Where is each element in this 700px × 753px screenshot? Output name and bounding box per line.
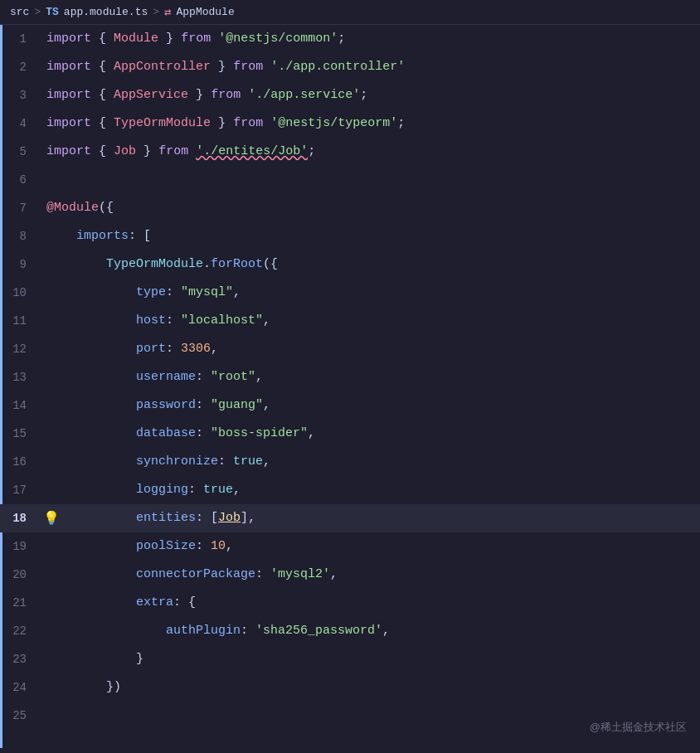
lightbulb-icon[interactable]: 💡 xyxy=(43,510,60,527)
line-num-14: 14 xyxy=(0,391,40,420)
line-content-13: username: "root", xyxy=(40,363,263,391)
line-content-12: port: 3306, xyxy=(40,335,218,363)
breadcrumb-module-name[interactable]: AppModule xyxy=(177,6,235,18)
line-num-9: 9 xyxy=(0,250,40,279)
breadcrumb-src: src xyxy=(10,6,29,18)
line-num-22: 22 xyxy=(0,617,40,645)
line-num-17: 17 xyxy=(0,476,40,504)
line-num-1: 1 xyxy=(0,25,40,53)
line-content-19: poolSize: 10, xyxy=(40,532,233,561)
code-line-22[interactable]: 22 authPlugin: 'sha256_password', xyxy=(0,617,700,645)
code-line-3[interactable]: 3 import { AppService } from './app.serv… xyxy=(0,81,700,109)
line-num-12: 12 xyxy=(0,335,40,363)
line-content-18: entities: [Job], xyxy=(40,504,255,532)
breadcrumb-ts-badge: TS xyxy=(46,6,59,18)
line-content-7: @Module({ xyxy=(40,194,114,222)
code-line-16[interactable]: 16 synchronize: true, xyxy=(0,448,700,476)
line-content-14: password: "guang", xyxy=(40,391,270,420)
code-lines: 1 import { Module } from '@nestjs/common… xyxy=(0,25,700,730)
code-line-6[interactable]: 6 xyxy=(0,166,700,194)
line-num-11: 11 xyxy=(0,307,40,335)
code-line-21[interactable]: 21 extra: { xyxy=(0,589,700,617)
code-line-13[interactable]: 13 username: "root", xyxy=(0,363,700,391)
line-num-13: 13 xyxy=(0,363,40,391)
code-line-9[interactable]: 9 TypeOrmModule.forRoot({ xyxy=(0,250,700,279)
line-num-20: 20 xyxy=(0,561,40,589)
code-line-17[interactable]: 17 logging: true, xyxy=(0,476,700,504)
code-line-5[interactable]: 5 import { Job } from './entites/Job'; xyxy=(0,138,700,166)
line-num-8: 8 xyxy=(0,222,40,250)
line-content-3: import { AppService } from './app.servic… xyxy=(40,81,367,109)
line-num-16: 16 xyxy=(0,448,40,476)
watermark: @稀土掘金技术社区 xyxy=(590,720,687,735)
line-content-21: extra: { xyxy=(40,589,196,617)
line-num-24: 24 xyxy=(0,673,40,702)
line-num-2: 2 xyxy=(0,53,40,81)
code-line-7[interactable]: 7 @Module({ xyxy=(0,194,700,222)
line-content-25 xyxy=(40,702,54,730)
breadcrumb-sep1: > xyxy=(34,6,41,18)
code-line-19[interactable]: 19 poolSize: 10, xyxy=(0,532,700,561)
line-content-23: } xyxy=(40,645,143,673)
line-content-8: imports: [ xyxy=(40,222,151,250)
code-line-2[interactable]: 2 import { AppController } from './app.c… xyxy=(0,53,700,81)
line-content-11: host: "localhost", xyxy=(40,307,270,335)
line-content-16: synchronize: true, xyxy=(40,448,270,476)
line-num-15: 15 xyxy=(0,420,40,448)
line-content-22: authPlugin: 'sha256_password', xyxy=(40,617,390,645)
line-num-18: 18 xyxy=(0,504,40,532)
code-line-8[interactable]: 8 imports: [ xyxy=(0,222,700,250)
code-line-10[interactable]: 10 type: "mysql", xyxy=(0,279,700,307)
line-num-3: 3 xyxy=(0,81,40,109)
line-num-6: 6 xyxy=(0,166,40,194)
line-num-23: 23 xyxy=(0,645,40,673)
breadcrumb-filename[interactable]: app.module.ts xyxy=(64,6,148,18)
line-num-7: 7 xyxy=(0,194,40,222)
line-content-4: import { TypeOrmModule } from '@nestjs/t… xyxy=(40,109,405,138)
line-num-5: 5 xyxy=(0,138,40,166)
line-content-20: connectorPackage: 'mysql2', xyxy=(40,561,338,589)
code-line-23[interactable]: 23 } xyxy=(0,645,700,673)
code-line-4[interactable]: 4 import { TypeOrmModule } from '@nestjs… xyxy=(0,109,700,138)
line-content-9: TypeOrmModule.forRoot({ xyxy=(40,250,278,279)
code-line-18[interactable]: 18 💡 entities: [Job], xyxy=(0,504,700,532)
line-content-17: logging: true, xyxy=(40,476,241,504)
line-num-4: 4 xyxy=(0,109,40,138)
line-content-15: database: "boss-spider", xyxy=(40,420,315,448)
line-content-5: import { Job } from './entites/Job'; xyxy=(40,138,315,166)
code-line-1[interactable]: 1 import { Module } from '@nestjs/common… xyxy=(0,25,700,53)
code-line-20[interactable]: 20 connectorPackage: 'mysql2', xyxy=(0,561,700,589)
line-content-24: }) xyxy=(40,673,121,702)
code-line-15[interactable]: 15 database: "boss-spider", xyxy=(0,420,700,448)
code-line-24[interactable]: 24 }) xyxy=(0,673,700,702)
code-line-12[interactable]: 12 port: 3306, xyxy=(0,335,700,363)
breadcrumb-bar: src > TS app.module.ts > ⇄ AppModule xyxy=(0,0,700,25)
line-content-1: import { Module } from '@nestjs/common'; xyxy=(40,25,345,53)
line-num-21: 21 xyxy=(0,589,40,617)
code-line-14[interactable]: 14 password: "guang", xyxy=(0,391,700,420)
line-content-2: import { AppController } from './app.con… xyxy=(40,53,405,81)
code-line-11[interactable]: 11 host: "localhost", xyxy=(0,307,700,335)
line-num-25: 25 xyxy=(0,702,40,730)
line-content-10: type: "mysql", xyxy=(40,279,241,307)
line-content-6 xyxy=(40,166,54,194)
breadcrumb-module-icon: ⇄ xyxy=(164,5,171,19)
line-num-10: 10 xyxy=(0,279,40,307)
code-editor[interactable]: 1 import { Module } from '@nestjs/common… xyxy=(0,25,700,748)
line-num-19: 19 xyxy=(0,532,40,561)
breadcrumb-sep2: > xyxy=(153,6,159,18)
